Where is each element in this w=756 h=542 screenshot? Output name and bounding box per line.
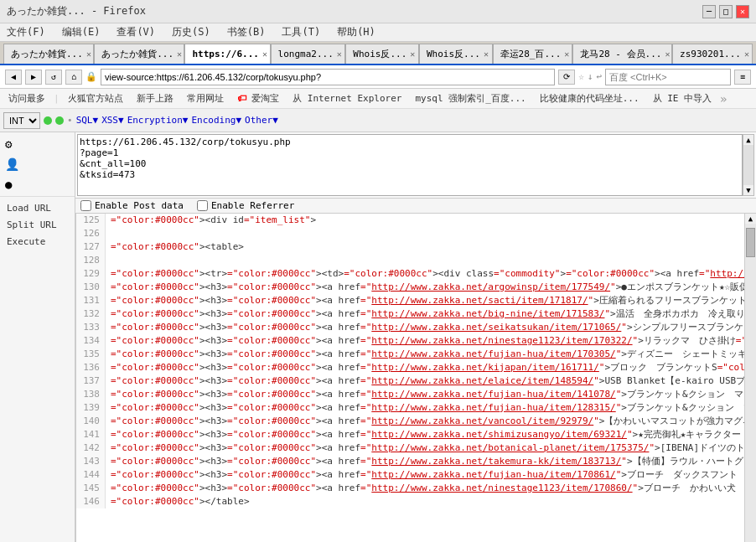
address-input[interactable] <box>101 69 555 85</box>
left-panel: ⚙ 👤 ● Load URL Split URL Execute <box>0 132 75 542</box>
download-icon: ↓ <box>588 71 593 82</box>
person-icon: 👤 <box>5 157 19 171</box>
menu-history[interactable]: 历史(S) <box>168 23 214 41</box>
bm-taobao[interactable]: 🏷 爱淘宝 <box>232 90 285 106</box>
code-line: 126 <box>76 227 744 240</box>
scroll-up[interactable]: ▲ <box>743 135 753 145</box>
menu-help[interactable]: 帮助(H) <box>334 23 379 41</box>
sql-menu[interactable]: SQL▼ <box>76 115 99 126</box>
refresh-icon[interactable]: ⟳ <box>558 70 575 85</box>
tab-2[interactable]: https://6... ✕ <box>184 44 270 64</box>
sidebar-icon-1[interactable]: ⚙ <box>2 136 73 152</box>
search-input[interactable] <box>605 69 731 85</box>
bm-mysql[interactable]: mysql 强制索引_百度... <box>410 90 531 106</box>
close-button[interactable]: ✕ <box>736 5 749 18</box>
code-scroll-up[interactable]: ▲ <box>745 214 756 224</box>
tab-8[interactable]: zs930201... ✕ <box>672 44 753 64</box>
bm-common[interactable]: 常用网址 <box>182 90 229 106</box>
tab-5[interactable]: Whois反... ✕ <box>419 44 493 64</box>
tab-1[interactable]: あったか雑貨... ✕ <box>94 44 184 64</box>
tab-0[interactable]: あったか雑貨... ✕ <box>3 44 94 64</box>
code-line: 128 <box>76 254 744 267</box>
code-line: 141="color:#0000cc"><h3>="color:#0000cc"… <box>76 428 744 441</box>
code-line: 131="color:#0000cc"><h3>="color:#0000cc"… <box>76 294 744 307</box>
code-line: 143="color:#0000cc"><h3>="color:#0000cc"… <box>76 455 744 468</box>
code-area[interactable]: 125="color:#0000cc"><div id="item_list">… <box>75 214 744 542</box>
code-line: 144="color:#0000cc"><h3>="color:#0000cc"… <box>76 468 744 482</box>
tab-close-5[interactable]: ✕ <box>484 49 489 59</box>
home-button[interactable]: ⌂ <box>65 70 82 85</box>
code-line: 137="color:#0000cc"><h3>="color:#0000cc"… <box>76 374 744 388</box>
encoding-menu[interactable]: Encoding▼ <box>191 115 241 126</box>
other-menu[interactable]: Other▼ <box>245 115 278 126</box>
menu-view[interactable]: 查看(V) <box>113 23 158 41</box>
code-view-container: 125="color:#0000cc"><div id="item_list">… <box>75 214 756 542</box>
code-line: 140="color:#0000cc"><h3>="color:#0000cc"… <box>76 415 744 428</box>
maximize-button[interactable]: □ <box>719 5 733 18</box>
bm-visited[interactable]: 访问最多 <box>3 90 50 106</box>
bm-newuser[interactable]: 新手上路 <box>132 90 179 106</box>
tab-close-1[interactable]: ✕ <box>177 49 182 59</box>
toolbar-row: INT • SQL▼ XSS▼ Encryption▼ Encoding▼ Ot… <box>0 109 756 132</box>
action-buttons: Load URL Split URL Execute <box>0 197 75 253</box>
xss-menu[interactable]: XSS▼ <box>101 115 124 126</box>
encryption-menu[interactable]: Encryption▼ <box>127 115 189 126</box>
gear-icon: ⚙ <box>5 137 12 151</box>
tab-bar: あったか雑貨... ✕ あったか雑貨... ✕ https://6... ✕ l… <box>0 42 756 65</box>
lock-icon: 🔒 <box>85 71 97 82</box>
minimize-button[interactable]: ─ <box>702 5 716 18</box>
sidebar-icon-2[interactable]: 👤 <box>2 156 73 173</box>
code-scrollbar: ▲ ▼ <box>744 214 756 542</box>
bm-ie-import[interactable]: 从 IE 中导入 <box>648 90 717 106</box>
tab-close-0[interactable]: ✕ <box>86 49 91 59</box>
tab-close-4[interactable]: ✕ <box>410 49 415 59</box>
tab-close-3[interactable]: ✕ <box>337 49 342 59</box>
url-textarea[interactable] <box>77 134 743 196</box>
code-line: 130="color:#0000cc"><h3>="color:#0000cc"… <box>76 281 744 294</box>
status-dots <box>44 116 64 125</box>
enable-post-label[interactable]: Enable Post data <box>80 200 184 211</box>
split-url-button[interactable]: Split URL <box>2 217 73 233</box>
tab-close-6[interactable]: ✕ <box>564 49 569 59</box>
menu-file[interactable]: 文件(F) <box>3 23 49 41</box>
scroll-down[interactable]: ▼ <box>743 185 753 195</box>
dot-green <box>44 116 52 125</box>
load-url-button[interactable]: Load URL <box>2 200 73 216</box>
enable-referrer-checkbox[interactable] <box>197 200 208 211</box>
execute-button[interactable]: Execute <box>2 234 73 250</box>
code-line: 132="color:#0000cc"><h3>="color:#0000cc"… <box>76 307 744 321</box>
sidebar-icon-3[interactable]: ● <box>2 176 73 193</box>
bookmarks-bar: 访问最多 | 火狐官方站点 新手上路 常用网址 🏷 爱淘宝 从 Internet… <box>0 89 756 109</box>
code-line: 133="color:#0000cc"><h3>="color:#0000cc"… <box>76 321 744 334</box>
tab-close-7[interactable]: ✕ <box>665 49 670 59</box>
main-content: ⚙ 👤 ● Load URL Split URL Execute ▲ ▼ <box>0 132 756 542</box>
enable-post-checkbox[interactable] <box>80 200 91 211</box>
url-input-area: ▲ ▼ <box>75 132 756 199</box>
tab-6[interactable]: 牵运28_百... ✕ <box>493 44 573 64</box>
title-bar: あったか雑貨... - Firefox ─ □ ✕ <box>0 0 756 23</box>
menu-edit[interactable]: 编辑(E) <box>59 23 104 41</box>
bookmarks-more[interactable]: » <box>720 92 727 106</box>
back-button[interactable]: ◀ <box>5 70 22 85</box>
tab-7[interactable]: 龙马28 - 会员... ✕ <box>572 44 672 64</box>
address-bar: ◀ ▶ ↺ ⌂ 🔒 ⟳ ☆ ↓ ↩ ≡ <box>0 65 756 89</box>
bm-firefox[interactable]: 火狐官方站点 <box>63 90 128 106</box>
code-line: 129="color:#0000cc"><tr>="color:#0000cc"… <box>76 267 744 281</box>
url-scrollbar: ▲ ▼ <box>743 134 754 196</box>
int-select[interactable]: INT <box>3 112 40 129</box>
tab-close-8[interactable]: ✕ <box>744 49 749 59</box>
tab-close-2[interactable]: ✕ <box>262 49 267 59</box>
code-scroll-thumb[interactable] <box>746 228 755 257</box>
enable-referrer-label[interactable]: Enable Referrer <box>197 200 294 211</box>
bm-code[interactable]: 比较健康的代码坐址... <box>535 90 645 106</box>
menu-button[interactable]: ≡ <box>734 70 751 85</box>
menu-bookmarks[interactable]: 书签(B) <box>224 23 269 41</box>
center-panel: ▲ ▼ Enable Post data Enable Referrer 125… <box>75 132 756 542</box>
forward-button[interactable]: ▶ <box>25 70 42 85</box>
code-line: 136="color:#0000cc"><h3>="color:#0000cc"… <box>76 361 744 374</box>
bm-ie[interactable]: 从 Internet Explorer <box>287 90 406 106</box>
tab-3[interactable]: longma2... ✕ <box>271 44 346 64</box>
tab-4[interactable]: Whois反... ✕ <box>345 44 419 64</box>
menu-tools[interactable]: 工具(T) <box>278 23 324 41</box>
reload-button[interactable]: ↺ <box>45 70 62 85</box>
